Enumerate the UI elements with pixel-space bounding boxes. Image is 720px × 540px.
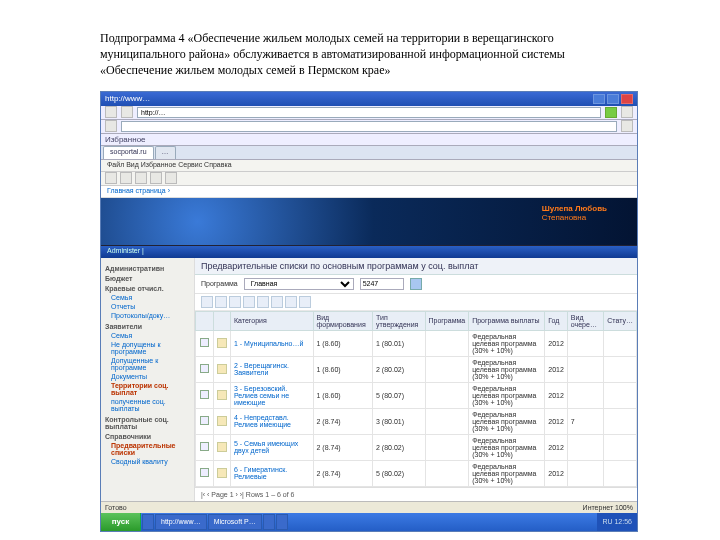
column-header[interactable]: [196, 311, 214, 330]
sidebar-item[interactable]: Территории соц. выплат: [105, 381, 190, 397]
column-header[interactable]: Категория: [231, 311, 314, 330]
breadcrumb[interactable]: Главная страница ›: [101, 186, 637, 198]
sidebar-item[interactable]: Допущенные к программе: [105, 356, 190, 372]
sidebar-item: Бюджет: [105, 275, 190, 282]
row-checkbox[interactable]: [196, 434, 214, 460]
refresh-icon[interactable]: [621, 120, 633, 132]
cell-v: [567, 330, 603, 356]
toolbar-icon[interactable]: [299, 296, 311, 308]
toolbar-icon[interactable]: [201, 296, 213, 308]
row-edit-icon[interactable]: [214, 460, 231, 486]
row-checkbox[interactable]: [196, 460, 214, 486]
secondary-address[interactable]: [121, 121, 617, 132]
column-header[interactable]: Тип утверждения: [373, 311, 425, 330]
start-button[interactable]: пуск: [101, 513, 141, 531]
sidebar-item[interactable]: Отчеты: [105, 302, 190, 311]
tab-strip: socportal.ru …: [101, 146, 637, 160]
row-checkbox[interactable]: [196, 330, 214, 356]
cell-category[interactable]: 3 - Березовский. Релиев семьи не имеющие: [231, 382, 314, 408]
tools-icon[interactable]: [165, 172, 177, 184]
sidebar-item[interactable]: Сводный квалиту: [105, 457, 190, 466]
toolbar-icon[interactable]: [243, 296, 255, 308]
column-header[interactable]: Программа выплаты: [469, 311, 545, 330]
address-bar[interactable]: [137, 107, 601, 118]
sidebar-item: Заявители: [105, 323, 190, 330]
toolbar-icon[interactable]: [271, 296, 283, 308]
code-input[interactable]: [360, 278, 404, 290]
column-header[interactable]: Стату…: [604, 311, 637, 330]
row-edit-icon[interactable]: [214, 434, 231, 460]
table-row[interactable]: 6 - Гимератинск. Релиевые2 (8.74)5 (80.0…: [196, 460, 637, 486]
minimize-button[interactable]: [593, 94, 605, 104]
toolbar-icon[interactable]: [257, 296, 269, 308]
system-tray[interactable]: RU 12:56: [597, 513, 637, 531]
row-checkbox[interactable]: [196, 408, 214, 434]
cell-tu: 1 (80.01): [373, 330, 425, 356]
sidebar-item[interactable]: Документы: [105, 372, 190, 381]
row-edit-icon[interactable]: [214, 408, 231, 434]
feed-icon[interactable]: [120, 172, 132, 184]
cell-category[interactable]: 6 - Гимератинск. Релиевые: [231, 460, 314, 486]
taskbar-item[interactable]: [263, 514, 275, 530]
taskbar-item[interactable]: Microsoft P…: [208, 514, 262, 530]
column-header[interactable]: Программа: [425, 311, 469, 330]
taskbar-item[interactable]: [142, 514, 154, 530]
cell-prog: [425, 356, 469, 382]
go-button[interactable]: [605, 107, 617, 118]
cell-category[interactable]: 2 - Верещагинск. Заявители: [231, 356, 314, 382]
cell-year: 2012: [545, 408, 568, 434]
page-icon[interactable]: [150, 172, 162, 184]
program-select[interactable]: Главная: [244, 278, 354, 290]
row-edit-icon[interactable]: [214, 356, 231, 382]
user-org: Степановна: [542, 213, 607, 222]
table-row[interactable]: 3 - Березовский. Релиев семьи не имеющие…: [196, 382, 637, 408]
taskbar-item[interactable]: [276, 514, 288, 530]
search-icon[interactable]: [621, 106, 633, 118]
print-icon[interactable]: [135, 172, 147, 184]
cell-year: 2012: [545, 330, 568, 356]
table-row[interactable]: 4 - Непредставл. Релиев имеющие2 (8.74)3…: [196, 408, 637, 434]
cell-category[interactable]: 4 - Непредставл. Релиев имеющие: [231, 408, 314, 434]
pager[interactable]: |‹ ‹ Page 1 › ›| Rows 1 – 6 of 6: [195, 487, 637, 501]
ie-menubar[interactable]: Файл Вид Избранное Сервис Справка: [101, 160, 637, 172]
column-header[interactable]: Вид очере…: [567, 311, 603, 330]
sidebar-item[interactable]: полученные соц. выплаты: [105, 397, 190, 413]
column-header[interactable]: Год: [545, 311, 568, 330]
forward-button[interactable]: [121, 106, 133, 118]
favorites-bar[interactable]: Избранное: [101, 134, 637, 146]
cell-category[interactable]: 5 - Семья имеющих двух детей: [231, 434, 314, 460]
back-button[interactable]: [105, 106, 117, 118]
home-icon[interactable]: [105, 172, 117, 184]
table-row[interactable]: 5 - Семья имеющих двух детей2 (8.74)2 (8…: [196, 434, 637, 460]
cell-category[interactable]: 1 - Муниципально…й: [231, 330, 314, 356]
sidebar-item[interactable]: Предварительные списки: [105, 441, 190, 457]
maximize-button[interactable]: [607, 94, 619, 104]
column-header[interactable]: [214, 311, 231, 330]
sidebar-item[interactable]: Семья: [105, 293, 190, 302]
close-button[interactable]: [621, 94, 633, 104]
toolbar-icon[interactable]: [215, 296, 227, 308]
row-edit-icon[interactable]: [214, 382, 231, 408]
cell-vf: 2 (8.74): [313, 460, 373, 486]
cell-vf: 2 (8.74): [313, 434, 373, 460]
sidebar-item[interactable]: Не допущены к программе: [105, 340, 190, 356]
nav-icon[interactable]: [105, 120, 117, 132]
toolbar-icon[interactable]: [229, 296, 241, 308]
row-checkbox[interactable]: [196, 356, 214, 382]
sidebar-item[interactable]: Семья: [105, 331, 190, 340]
filter-go-button[interactable]: [410, 278, 422, 290]
sidebar-item[interactable]: Протоколы/доку…: [105, 311, 190, 320]
row-checkbox[interactable]: [196, 382, 214, 408]
table-row[interactable]: 1 - Муниципально…й1 (8.60)1 (80.01)Федер…: [196, 330, 637, 356]
tab-inactive[interactable]: …: [155, 146, 176, 159]
ie-toolbar: [101, 172, 637, 186]
sidebar-item: Краевые отчисл.: [105, 285, 190, 292]
toolbar-icon[interactable]: [285, 296, 297, 308]
tab-active[interactable]: socportal.ru: [103, 146, 154, 159]
banner-menu[interactable]: Administer |: [101, 246, 637, 258]
column-header[interactable]: Вид формирования: [313, 311, 373, 330]
taskbar-item[interactable]: http://www…: [155, 514, 207, 530]
cell-pv: Федеральная целевая программа (30% + 10%…: [469, 434, 545, 460]
row-edit-icon[interactable]: [214, 330, 231, 356]
table-row[interactable]: 2 - Верещагинск. Заявители1 (8.60)2 (80.…: [196, 356, 637, 382]
